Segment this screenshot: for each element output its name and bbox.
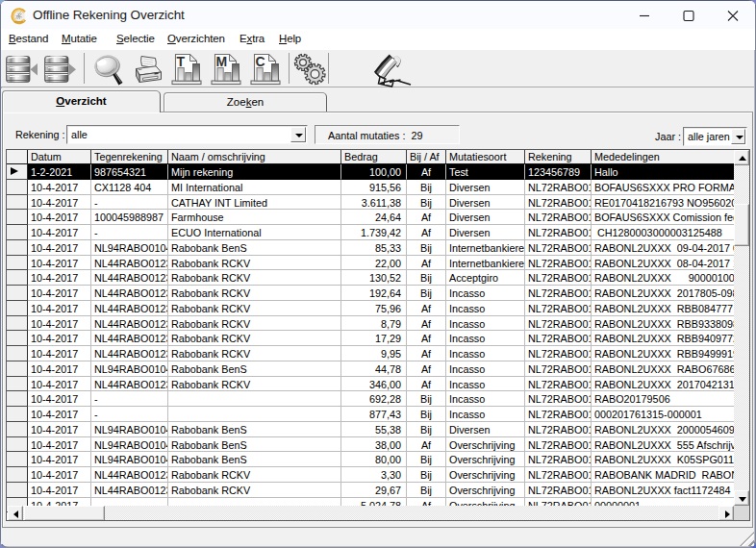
svg-text:C: C	[256, 54, 265, 69]
svg-text:T: T	[177, 54, 186, 69]
svg-text:M: M	[216, 54, 228, 69]
